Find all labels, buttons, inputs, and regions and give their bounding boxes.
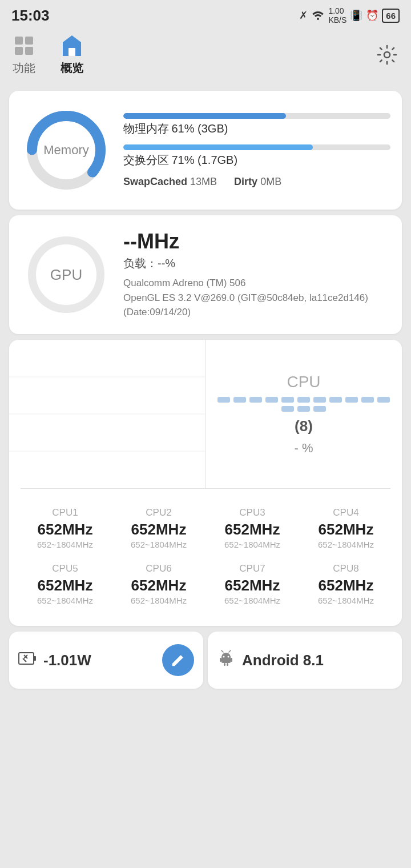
svg-point-5 bbox=[384, 52, 390, 58]
swap-label: 交换分区 bbox=[123, 154, 169, 166]
tab-overview-label: 概览 bbox=[61, 61, 83, 76]
battery-card-icon bbox=[18, 650, 37, 670]
cpu-core-range: 652~1804MHz bbox=[224, 540, 280, 549]
cpu-dot bbox=[313, 406, 326, 412]
svg-rect-24 bbox=[227, 663, 228, 666]
svg-rect-23 bbox=[224, 663, 225, 666]
cpu-dot bbox=[297, 397, 310, 403]
swap-value: 71% (1.7GB) bbox=[171, 154, 237, 166]
cpu-dot bbox=[361, 397, 374, 403]
cpu-dots bbox=[206, 397, 402, 412]
svg-rect-22 bbox=[231, 658, 232, 662]
cpu-dot bbox=[329, 397, 342, 403]
tab-functions[interactable]: 功能 bbox=[11, 33, 37, 76]
cpu-dot bbox=[233, 397, 246, 403]
cpu-core-name: CPU5 bbox=[52, 563, 78, 574]
bottom-row: -1.01W Android 8.1 bbox=[9, 632, 402, 689]
svg-rect-12 bbox=[19, 653, 34, 664]
cpu-dot bbox=[377, 397, 390, 403]
cpu-dot bbox=[345, 397, 358, 403]
memory-stats: 物理内存 61% (3GB) 交换分区 71% (1.7GB) SwapCach… bbox=[123, 113, 390, 188]
cpu-core-range: 652~1804MHz bbox=[224, 596, 280, 605]
cpu-core-7: CPU7 652MHz 652~1804MHz bbox=[206, 556, 299, 612]
nav-bar: 功能 概览 bbox=[0, 29, 411, 85]
cpu-core-1: CPU1 652MHz 652~1804MHz bbox=[18, 500, 112, 556]
cpu-core-5: CPU5 652MHz 652~1804MHz bbox=[18, 556, 112, 612]
cpu-dot bbox=[281, 406, 294, 412]
cpu-core-freq: 652MHz bbox=[225, 521, 280, 539]
memory-donut: Memory bbox=[21, 105, 112, 196]
swap-cached: SwapCached 13MB bbox=[123, 176, 217, 188]
cpu-core-name: CPU7 bbox=[239, 563, 265, 574]
svg-line-19 bbox=[221, 650, 223, 652]
cpu-dot bbox=[297, 406, 310, 412]
android-value: Android 8.1 bbox=[242, 652, 324, 669]
swap-bar bbox=[123, 144, 313, 150]
cpu-chart-right: CPU (8) - % bbox=[206, 340, 402, 488]
cpu-core-freq: 652MHz bbox=[131, 521, 187, 539]
memory-card: Memory 物理内存 61% (3GB) 交换分区 71% (1.7GB) S… bbox=[9, 91, 402, 210]
battery-value: -1.01W bbox=[43, 652, 91, 669]
cpu-core-3: CPU3 652MHz 652~1804MHz bbox=[206, 500, 299, 556]
physical-memory-value: 61% (3GB) bbox=[171, 122, 228, 135]
cpu-title: CPU bbox=[287, 373, 320, 391]
cpu-core-range: 652~1804MHz bbox=[318, 596, 374, 605]
svg-rect-0 bbox=[15, 37, 23, 45]
cpu-core-name: CPU8 bbox=[333, 563, 358, 574]
gpu-info: Qualcomm Adreno (TM) 506 OpenGL ES 3.2 V… bbox=[123, 276, 390, 320]
cpu-core-freq: 652MHz bbox=[38, 521, 93, 539]
memory-detail-row: SwapCached 13MB Dirty 0MB bbox=[123, 176, 390, 188]
gpu-load: 负载：--% bbox=[123, 256, 390, 271]
cpu-core-freq: 652MHz bbox=[319, 521, 374, 539]
cpu-core-range: 652~1804MHz bbox=[131, 596, 187, 605]
network-speed: 1.00KB/S bbox=[328, 6, 346, 25]
dirty: Dirty 0MB bbox=[234, 176, 281, 188]
physical-memory-bar-bg bbox=[123, 113, 390, 119]
settings-button[interactable] bbox=[374, 42, 400, 67]
cpu-core-range: 652~1804MHz bbox=[318, 540, 374, 549]
cpu-core-name: CPU4 bbox=[333, 507, 358, 519]
svg-line-15 bbox=[23, 658, 26, 662]
cpu-core-8: CPU8 652MHz 652~1804MHz bbox=[299, 556, 393, 612]
cpu-core-freq: 652MHz bbox=[38, 577, 93, 594]
battery-card[interactable]: -1.01W bbox=[9, 632, 203, 689]
battery-indicator: 66 bbox=[382, 9, 400, 23]
cpu-card: CPU (8) - % CPU1 652MHz 652~1804MHz CPU2… bbox=[9, 340, 402, 626]
functions-icon bbox=[11, 33, 37, 58]
fab-edit-button[interactable] bbox=[162, 644, 194, 676]
cpu-core-4: CPU4 652MHz 652~1804MHz bbox=[299, 500, 393, 556]
svg-rect-21 bbox=[220, 658, 221, 662]
tab-overview[interactable]: 概览 bbox=[59, 33, 84, 76]
cpu-core-2: CPU2 652MHz 652~1804MHz bbox=[112, 500, 206, 556]
cpu-core-freq: 652MHz bbox=[225, 577, 280, 594]
cpu-dot bbox=[249, 397, 262, 403]
svg-line-20 bbox=[229, 650, 231, 652]
swap-bar-bg bbox=[123, 144, 390, 150]
svg-rect-13 bbox=[34, 656, 36, 661]
svg-point-17 bbox=[223, 656, 225, 657]
svg-rect-2 bbox=[15, 47, 23, 55]
cpu-core-range: 652~1804MHz bbox=[131, 540, 187, 549]
physical-memory-label: 物理内存 bbox=[123, 122, 169, 135]
status-time: 15:03 bbox=[11, 7, 50, 25]
cpu-core-name: CPU6 bbox=[146, 563, 171, 574]
overview-icon bbox=[59, 33, 84, 58]
cpu-chart-area: CPU (8) - % bbox=[9, 340, 402, 488]
cpu-dot bbox=[281, 397, 294, 403]
gpu-card: GPU --MHz 负载：--% Qualcomm Adreno (TM) 50… bbox=[9, 215, 402, 334]
swap-row: 交换分区 71% (1.7GB) bbox=[123, 144, 390, 168]
android-card[interactable]: Android 8.1 bbox=[208, 632, 402, 689]
memory-label: Memory bbox=[43, 143, 88, 158]
cpu-core-name: CPU2 bbox=[146, 507, 171, 519]
notification-icon: ✗ bbox=[299, 9, 308, 22]
gpu-freq: --MHz bbox=[123, 230, 390, 254]
cpu-core-freq: 652MHz bbox=[131, 577, 187, 594]
cpu-core-count: (8) bbox=[295, 417, 313, 435]
gpu-circle: GPU bbox=[21, 229, 112, 320]
wifi-icon bbox=[311, 9, 325, 23]
cpu-dot bbox=[217, 397, 230, 403]
status-bar: 15:03 ✗ 1.00KB/S 📳 ⏰ 66 bbox=[0, 0, 411, 29]
gpu-label: GPU bbox=[50, 266, 82, 284]
status-icons: ✗ 1.00KB/S 📳 ⏰ 66 bbox=[299, 6, 400, 25]
cpu-core-freq: 652MHz bbox=[319, 577, 374, 594]
